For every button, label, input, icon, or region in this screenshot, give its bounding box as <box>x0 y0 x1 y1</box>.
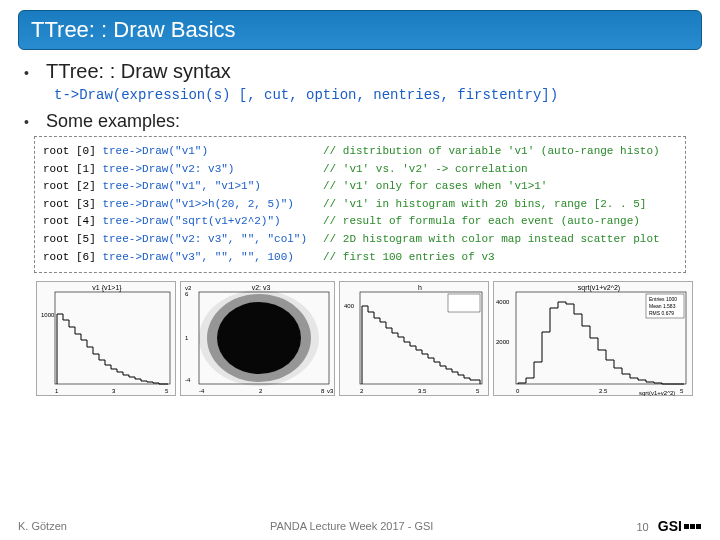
bullet-dot: • <box>24 65 36 81</box>
svg-text:-4: -4 <box>185 377 191 383</box>
gsi-logo-icon <box>684 524 702 529</box>
code-row: root [0] tree->Draw("v1")// distribution… <box>43 143 677 161</box>
footer-page: 10 <box>636 521 648 533</box>
bullet-syntax-text: TTree: : Draw syntax <box>46 60 231 83</box>
code-row: root [4] tree->Draw("sqrt(v1+v2^2)")// r… <box>43 213 677 231</box>
svg-text:2: 2 <box>259 388 263 394</box>
footer-center: PANDA Lecture Week 2017 - GSI <box>270 520 433 532</box>
syntax-code: t->Draw(expression(s) [, cut, option, ne… <box>54 87 696 103</box>
footer-right: 10 GSI <box>636 518 702 534</box>
svg-text:0: 0 <box>516 388 520 394</box>
svg-text:v2: v2 <box>185 285 192 291</box>
svg-text:v3: v3 <box>327 388 334 394</box>
bullet-dot: • <box>24 114 36 130</box>
svg-text:RMS   0.679: RMS 0.679 <box>649 310 674 316</box>
svg-text:8: 8 <box>321 388 325 394</box>
slide-title: TTree: : Draw Basics <box>18 10 702 50</box>
svg-text:3: 3 <box>112 388 116 394</box>
chart-scatter: v2: v3 -4 2 8 6 1 -4 v3 v2 <box>180 281 335 396</box>
code-row: root [5] tree->Draw("v2: v3", "", "col")… <box>43 231 677 249</box>
svg-text:5: 5 <box>476 388 480 394</box>
gsi-logo: GSI <box>658 518 702 534</box>
svg-rect-0 <box>55 292 170 384</box>
bullet-syntax: • TTree: : Draw syntax <box>24 60 696 83</box>
svg-text:6: 6 <box>185 291 189 297</box>
chart-hist-sqrt: sqrt(v1+v2^2) 0 2.5 5 4000 2000 Entries … <box>493 281 693 396</box>
svg-text:-4: -4 <box>199 388 205 394</box>
svg-text:v2: v3: v2: v3 <box>252 284 271 291</box>
svg-rect-25 <box>448 294 480 312</box>
chart-hist-h: h 2 3.5 5 400 <box>339 281 489 396</box>
svg-text:h: h <box>418 284 422 291</box>
slide-content: • TTree: : Draw syntax t->Draw(expressio… <box>0 50 720 396</box>
code-row: root [2] tree->Draw("v1", "v1>1")// 'v1'… <box>43 178 677 196</box>
svg-text:1: 1 <box>55 388 59 394</box>
code-row: root [1] tree->Draw("v2: v3")// 'v1' vs.… <box>43 161 677 179</box>
bullet-examples: • Some examples: <box>24 111 696 132</box>
svg-point-10 <box>199 290 319 386</box>
svg-text:1: 1 <box>185 335 189 341</box>
slide-footer: K. Götzen PANDA Lecture Week 2017 - GSI … <box>0 518 720 534</box>
footer-author: K. Götzen <box>18 520 67 532</box>
svg-text:2000: 2000 <box>496 339 510 345</box>
svg-text:2.5: 2.5 <box>599 388 608 394</box>
svg-text:sqrt(v1+v2^2): sqrt(v1+v2^2) <box>578 284 620 292</box>
svg-text:Mean  1.583: Mean 1.583 <box>649 303 676 309</box>
svg-text:Entries 1000: Entries 1000 <box>649 296 677 302</box>
charts-row: v1 {v1>1} 1 3 5 1000 v2: v3 -4 2 8 6 <box>36 281 684 396</box>
svg-text:3.5: 3.5 <box>418 388 427 394</box>
chart-hist-v1: v1 {v1>1} 1 3 5 1000 <box>36 281 176 396</box>
svg-text:2: 2 <box>360 388 364 394</box>
svg-text:v1 {v1>1}: v1 {v1>1} <box>92 284 122 292</box>
bullet-examples-text: Some examples: <box>46 111 180 132</box>
svg-text:5: 5 <box>680 388 684 394</box>
code-row: root [6] tree->Draw("v3", "", "", 100)//… <box>43 249 677 267</box>
code-block: root [0] tree->Draw("v1")// distribution… <box>34 136 686 273</box>
svg-text:400: 400 <box>344 303 355 309</box>
svg-text:sqrt(v1+v2^2): sqrt(v1+v2^2) <box>639 390 675 396</box>
svg-text:1000: 1000 <box>41 312 55 318</box>
svg-text:5: 5 <box>165 388 169 394</box>
svg-text:4000: 4000 <box>496 299 510 305</box>
code-row: root [3] tree->Draw("v1>>h(20, 2, 5)")//… <box>43 196 677 214</box>
